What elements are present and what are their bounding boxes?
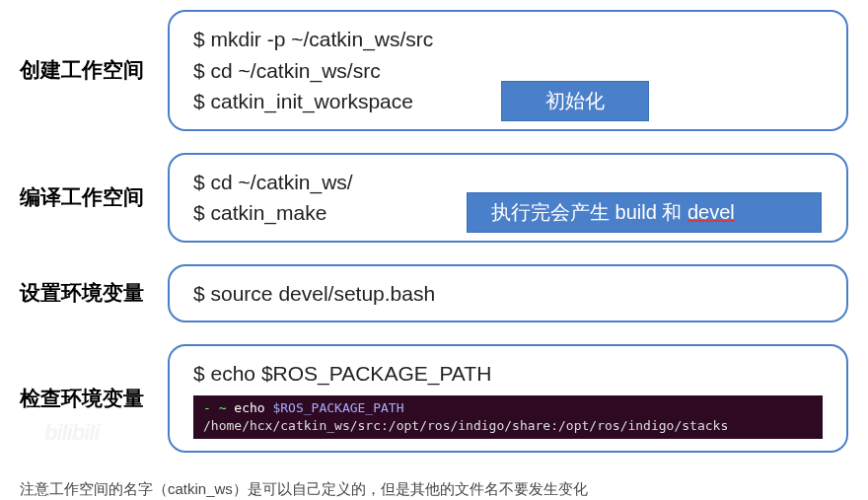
section-compile-workspace: 编译工作空间 $ cd ~/catkin_ws/ $ catkin_make 执…	[20, 153, 848, 243]
section-label: 创建工作空间	[20, 56, 168, 84]
tag-suffix-underline: devel	[687, 201, 735, 223]
section-set-env: 设置环境变量 $ source devel/setup.bash	[20, 264, 848, 323]
terminal-prompt: - ~	[203, 400, 234, 415]
command-box: $ echo $ROS_PACKAGE_PATH - ~ echo $ROS_P…	[168, 344, 848, 453]
command-line: $ mkdir -p ~/catkin_ws/src	[193, 24, 823, 55]
command-list: $ echo $ROS_PACKAGE_PATH	[193, 358, 823, 390]
command-line: $ echo $ROS_PACKAGE_PATH	[193, 358, 823, 390]
tag-prefix: 执行完会产生 build 和	[491, 201, 687, 223]
command-box: $ cd ~/catkin_ws/ $ catkin_make 执行完会产生 b…	[168, 153, 848, 243]
command-line: $ source devel/setup.bash	[193, 278, 823, 310]
section-label: 设置环境变量	[20, 279, 168, 307]
footer-note: 注意工作空间的名字（catkin_ws）是可以自己定义的，但是其他的文件名不要发…	[20, 480, 848, 499]
annotation-tag-init: 初始化	[501, 81, 649, 121]
section-check-env: 检查环境变量 $ echo $ROS_PACKAGE_PATH - ~ echo…	[20, 344, 848, 453]
command-box: $ source devel/setup.bash	[168, 264, 848, 323]
section-label: 编译工作空间	[20, 183, 168, 211]
terminal-path-output: /home/hcx/catkin_ws/src:/opt/ros/indigo/…	[203, 418, 728, 433]
section-create-workspace: 创建工作空间 $ mkdir -p ~/catkin_ws/src $ cd ~…	[20, 10, 848, 131]
terminal-var: $ROS_PACKAGE_PATH	[272, 400, 403, 415]
terminal-echo: echo	[234, 400, 272, 415]
section-label: 检查环境变量	[20, 385, 168, 412]
command-box: $ mkdir -p ~/catkin_ws/src $ cd ~/catkin…	[168, 10, 848, 131]
annotation-tag-build-devel: 执行完会产生 build 和 devel	[467, 192, 822, 233]
command-list: $ source devel/setup.bash	[193, 278, 823, 310]
terminal-output: - ~ echo $ROS_PACKAGE_PATH /home/hcx/cat…	[193, 395, 823, 439]
